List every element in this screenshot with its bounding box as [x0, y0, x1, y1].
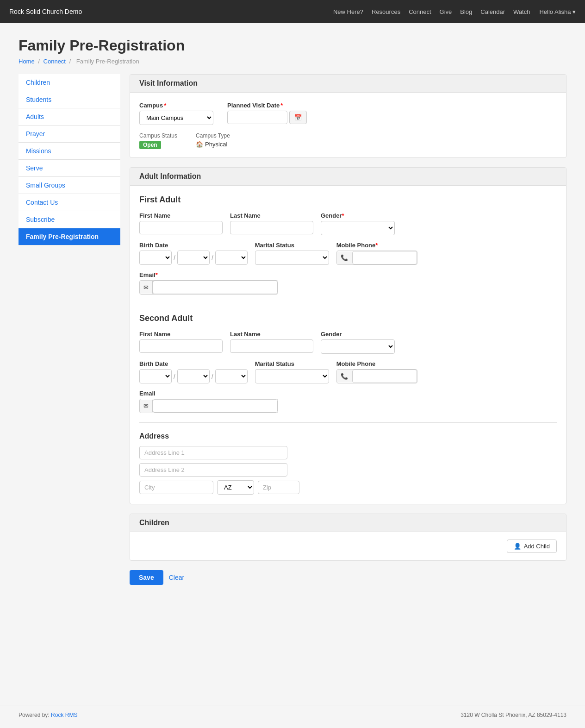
second-adult-email-row: Email ✉ — [139, 390, 557, 413]
sidebar-item-subscribe[interactable]: Subscribe — [19, 211, 120, 228]
visit-row: Campus* Main Campus North Campus South C… — [139, 102, 557, 125]
footer-powered-by: Powered by: Rock RMS — [19, 712, 77, 718]
save-button[interactable]: Save — [130, 570, 163, 585]
second-adult-last-name-input[interactable] — [230, 339, 313, 353]
home-icon: 🏠 — [196, 141, 203, 148]
address-divider — [139, 422, 557, 423]
calendar-button[interactable]: 📅 — [289, 111, 307, 124]
nav-brand: Rock Solid Church Demo — [9, 8, 82, 15]
second-adult-marital-select[interactable]: SingleMarriedDivorcedWidowed — [255, 369, 329, 383]
children-header: Children — [130, 514, 566, 532]
first-adult-birth-month[interactable]: JanFebMar AprMayJunJul AugSepOctNovDec — [139, 251, 172, 265]
visit-info-section: Visit Information Campus* Main Campus No… — [130, 74, 566, 158]
city-input[interactable] — [139, 481, 213, 494]
planned-visit-field: Planned Visit Date* 📅 — [227, 102, 307, 124]
state-select[interactable]: AZCATXNYFL — [217, 480, 254, 495]
nav-link-new-here[interactable]: New Here? — [333, 8, 363, 15]
visit-info-header: Visit Information — [130, 75, 566, 93]
sidebar-item-contact-us[interactable]: Contact Us — [19, 194, 120, 211]
first-adult-last-name-field: Last Name — [230, 212, 313, 235]
campus-status-row: Campus Status Open Campus Type 🏠 Physica… — [139, 132, 557, 148]
first-adult-marital-select[interactable]: SingleMarriedDivorcedWidowed — [255, 251, 329, 265]
second-adult-gender-field: Gender Male Female — [321, 331, 395, 354]
second-adult-email-field: Email ✉ — [139, 390, 278, 413]
sidebar-item-missions[interactable]: Missions — [19, 143, 120, 160]
sidebar-item-adults[interactable]: Adults — [19, 108, 120, 126]
date-input-wrap: 📅 — [227, 111, 307, 124]
first-adult-gender-select[interactable]: Male Female — [321, 221, 395, 235]
sidebar-item-children[interactable]: Children — [19, 74, 120, 91]
first-adult-last-name-input[interactable] — [230, 221, 313, 234]
first-adult-birth-row: Birth Date JanFebMar AprMayJunJul AugSep… — [139, 242, 557, 265]
first-adult-birth-year[interactable]: 20001990198019701960 — [215, 251, 248, 265]
adult-info-body: First Adult First Name Last Name Gender* — [130, 186, 566, 504]
nav-bar: Rock Solid Church Demo New Here? Resourc… — [0, 0, 585, 23]
page-wrapper: Family Pre-Registration Home / Connect /… — [0, 23, 585, 705]
form-actions: Save Clear — [130, 570, 566, 585]
nav-link-resources[interactable]: Resources — [372, 8, 400, 15]
second-adult-birth-year[interactable]: 200019901980 — [215, 369, 248, 383]
children-section: Children 👤 Add Child — [130, 514, 566, 561]
nav-link-watch[interactable]: Watch — [513, 8, 530, 15]
campus-type-group: Campus Type 🏠 Physical — [196, 132, 230, 148]
planned-visit-label: Planned Visit Date — [227, 102, 280, 109]
first-adult-phone-wrap: 📞 — [336, 251, 417, 265]
add-child-button[interactable]: 👤 Add Child — [507, 540, 557, 553]
content-layout: Children Students Adults Prayer Missions… — [19, 74, 566, 585]
adult-info-header: Adult Information — [130, 168, 566, 186]
breadcrumb-home[interactable]: Home — [19, 58, 35, 65]
nav-link-calendar[interactable]: Calendar — [480, 8, 505, 15]
phone-flag-icon[interactable]: 📞 — [337, 251, 352, 264]
second-adult-birth-month[interactable]: JanFebMar AprMayJun — [139, 369, 172, 383]
second-adult-gender-select[interactable]: Male Female — [321, 339, 395, 354]
first-adult-first-name-input[interactable] — [139, 221, 223, 234]
sidebar-item-family-pre-registration[interactable]: Family Pre-Registration — [19, 228, 120, 245]
second-adult-name-row: First Name Last Name Gender Male — [139, 331, 557, 354]
nav-link-blog[interactable]: Blog — [460, 8, 472, 15]
nav-link-connect[interactable]: Connect — [409, 8, 431, 15]
zip-input[interactable] — [258, 481, 299, 494]
campus-type-value: 🏠 Physical — [196, 141, 230, 148]
second-adult-birth-row: Birth Date JanFebMar AprMayJun / 11531 — [139, 360, 557, 383]
second-adult-phone-input[interactable] — [352, 370, 417, 383]
second-adult-phone-wrap: 📞 — [336, 369, 417, 383]
campus-status-label: Campus Status — [139, 132, 177, 139]
campus-type-label: Campus Type — [196, 132, 230, 139]
breadcrumb: Home / Connect / Family Pre-Registration — [19, 58, 566, 65]
address-title: Address — [139, 432, 557, 440]
sidebar-item-prayer[interactable]: Prayer — [19, 126, 120, 143]
second-adult-email-input[interactable] — [153, 399, 278, 413]
first-adult-email-wrap: ✉ — [139, 280, 278, 295]
sidebar-item-students[interactable]: Students — [19, 91, 120, 108]
email-icon: ✉ — [140, 281, 153, 294]
sidebar-item-serve[interactable]: Serve — [19, 160, 120, 177]
first-adult-marital-field: Marital Status SingleMarriedDivorcedWido… — [255, 242, 329, 265]
nav-link-give[interactable]: Give — [440, 8, 452, 15]
second-phone-flag-icon[interactable]: 📞 — [337, 370, 352, 383]
sidebar-item-small-groups[interactable]: Small Groups — [19, 177, 120, 194]
campus-status-group: Campus Status Open — [139, 132, 177, 148]
second-adult-first-name-field: First Name — [139, 331, 223, 354]
second-adult-email-wrap: ✉ — [139, 399, 278, 413]
address-line2-field — [139, 463, 557, 477]
address-line1-input[interactable] — [139, 446, 287, 459]
breadcrumb-connect[interactable]: Connect — [44, 58, 66, 65]
first-adult-gender-field: Gender* Male Female — [321, 212, 395, 235]
second-adult-birth-day[interactable]: 11531 — [177, 369, 210, 383]
first-adult-title: First Adult — [139, 195, 557, 205]
first-adult-birth-day[interactable]: 12152831 — [177, 251, 210, 265]
footer-rock-rms-link[interactable]: Rock RMS — [51, 712, 77, 718]
address-line2-input[interactable] — [139, 463, 287, 477]
first-adult-email-input[interactable] — [153, 281, 278, 294]
first-adult-phone-input[interactable] — [352, 251, 417, 264]
second-adult-title: Second Adult — [139, 314, 557, 323]
clear-button[interactable]: Clear — [169, 574, 184, 581]
planned-visit-date-input[interactable] — [227, 111, 287, 124]
first-adult-email-field: Email* ✉ — [139, 271, 278, 295]
nav-user[interactable]: Hello Alisha ▾ — [539, 8, 576, 15]
second-adult-first-name-input[interactable] — [139, 339, 223, 353]
campus-select[interactable]: Main Campus North Campus South Campus — [139, 111, 213, 125]
campus-status-badge: Open — [139, 141, 161, 149]
main-content: Visit Information Campus* Main Campus No… — [130, 74, 566, 585]
first-adult-first-name-field: First Name — [139, 212, 223, 235]
